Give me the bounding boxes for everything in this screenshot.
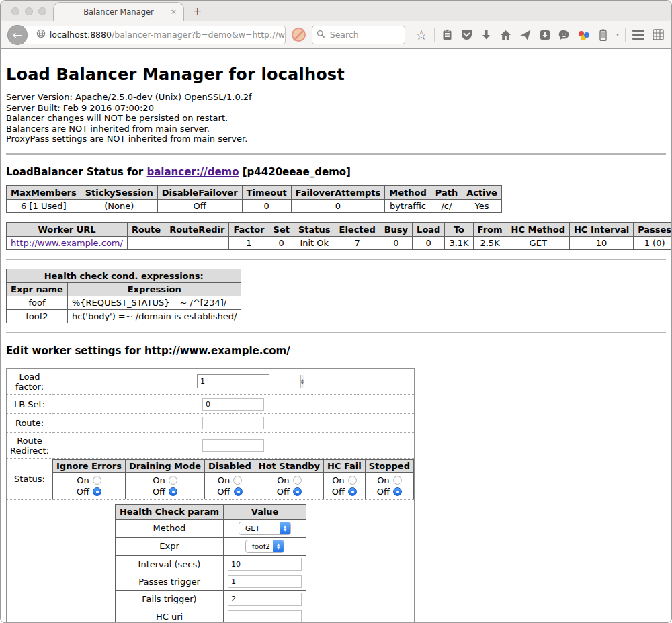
grid-icon[interactable]	[651, 28, 665, 42]
method-select-value: GET	[245, 524, 259, 532]
toolbar-divider	[625, 28, 626, 42]
load-factor-field[interactable]	[198, 375, 300, 388]
cell-load: 0	[413, 236, 445, 249]
interval-input[interactable]	[228, 558, 302, 571]
table-header-row: Ignore Errors Draining Mode Disabled Hot…	[53, 459, 414, 472]
hc-expr-title: Health check cond. expressions:	[7, 269, 241, 282]
passes-label: Passes trigger	[115, 573, 223, 590]
cell-route	[127, 236, 165, 249]
disabled-off-radio[interactable]	[234, 487, 243, 496]
route-input[interactable]	[202, 417, 264, 429]
battery-icon[interactable]	[597, 28, 610, 42]
cell-from: 2.5K	[473, 236, 507, 249]
route-redirect-label: Route Redirect:	[7, 432, 52, 458]
fails-input[interactable]	[228, 593, 302, 606]
tab-balancer-manager[interactable]: Balancer Manager ×	[53, 2, 184, 21]
hc-uri-input[interactable]	[228, 610, 302, 623]
col-stickysession: StickySession	[81, 185, 157, 199]
col-passes: Passes	[634, 222, 672, 236]
disabled-on-radio[interactable]	[233, 476, 242, 485]
route-label: Route:	[7, 413, 52, 432]
cell-elected: 7	[335, 236, 380, 249]
route-redirect-input[interactable]	[202, 439, 264, 452]
col-load: Load	[413, 222, 445, 236]
col-draining-mode: Draining Mode	[125, 459, 204, 472]
window-controls[interactable]	[11, 7, 46, 15]
balancer-status-table: MaxMembers StickySession DisableFailover…	[6, 185, 502, 213]
cell-active: Yes	[462, 199, 502, 212]
table-row: Interval (secs)	[115, 555, 306, 573]
chat-smiley-icon[interactable]	[558, 28, 571, 42]
search-input[interactable]	[329, 29, 389, 40]
tab-strip: Balancer Manager × +	[1, 1, 671, 21]
stopped-on-radio[interactable]	[393, 476, 402, 485]
method-select[interactable]: GET ▲▼	[239, 522, 291, 535]
cell-method: bytraffic	[385, 199, 431, 212]
expr-select-value: foof2	[252, 542, 270, 550]
url-bar[interactable]: localhost:8880/balancer-manager?b=demo&w…	[22, 26, 286, 44]
worker-url-link[interactable]: http://www.example.com/	[11, 238, 123, 248]
col-elected: Elected	[335, 222, 380, 236]
draining-mode-off-radio[interactable]	[169, 487, 177, 496]
table-row: Expr foof2 ▲▼	[115, 537, 306, 555]
pocket-icon[interactable]	[460, 28, 474, 42]
download-arrow-icon[interactable]	[480, 28, 493, 42]
content-blocker-icon[interactable]	[292, 28, 306, 42]
persist-notice-line: Balancer changes will NOT be persisted o…	[6, 113, 666, 124]
clipboard-icon[interactable]	[441, 28, 454, 42]
hc-fail-off-radio[interactable]	[348, 487, 357, 496]
server-built-line: Server Built: Feb 9 2016 07:00:20	[6, 103, 666, 114]
cell-disablefailover: Off	[157, 199, 242, 212]
close-window-icon[interactable]	[11, 7, 19, 15]
loadbalancer-status-heading: LoadBalancer Status for balancer://demo …	[6, 166, 666, 178]
back-button[interactable]: ←	[7, 25, 28, 45]
cell-passes: 1 (0)	[634, 236, 672, 249]
number-stepper-icon[interactable]: ▲▼	[300, 375, 304, 388]
lb-set-input[interactable]	[202, 398, 264, 411]
select-stepper-icon: ▲▼	[273, 540, 284, 553]
search-bar[interactable]	[312, 26, 405, 44]
draining-mode-on-radio[interactable]	[169, 476, 177, 485]
cell-expr-name: foof2	[7, 309, 68, 323]
toolbar-icons: ☆	[415, 28, 665, 42]
table-header-row: Expr name Expression	[7, 282, 241, 296]
load-factor-label: Load factor:	[7, 368, 52, 395]
browser-window: Balancer Manager × + ← localhost:8880/ba…	[0, 0, 672, 623]
new-tab-button[interactable]: +	[193, 5, 202, 17]
off-label: Off	[77, 486, 89, 497]
table-row: Method GET ▲▼	[115, 519, 306, 537]
tab-close-icon[interactable]: ×	[171, 7, 177, 16]
col-stopped: Stopped	[365, 459, 413, 472]
col-factor: Factor	[229, 222, 269, 236]
server-version-line: Server Version: Apache/2.5.0-dev (Unix) …	[6, 92, 666, 103]
passes-input[interactable]	[228, 575, 302, 588]
home-icon[interactable]	[499, 28, 513, 42]
hot-standby-on-radio[interactable]	[293, 476, 302, 485]
chevron-down-icon[interactable]: ▾	[616, 32, 619, 38]
ignore-errors-off-radio[interactable]	[93, 487, 101, 496]
hot-standby-off-radio[interactable]	[293, 487, 302, 496]
on-label: On	[332, 474, 344, 486]
table-row: Fails trigger)	[115, 590, 306, 608]
cell-stickysession: (None)	[81, 199, 157, 212]
minimize-window-icon[interactable]	[25, 7, 33, 15]
ignore-errors-on-radio[interactable]	[93, 476, 101, 485]
stopped-off-radio[interactable]	[393, 487, 402, 496]
hc-fail-on-radio[interactable]	[348, 476, 357, 485]
send-plane-icon[interactable]	[519, 28, 532, 42]
cell-factor: 1	[229, 236, 269, 249]
expr-select[interactable]: foof2 ▲▼	[245, 540, 284, 553]
on-label: On	[153, 474, 165, 486]
save-square-icon[interactable]	[538, 28, 552, 42]
cell-status: Init Ok	[294, 236, 335, 249]
balancer-demo-link[interactable]: balancer://demo	[146, 166, 239, 178]
zoom-window-icon[interactable]	[38, 7, 46, 15]
colored-dots-icon[interactable]	[577, 28, 591, 42]
page-content: Load Balancer Manager for localhost Serv…	[1, 49, 671, 623]
bookmark-star-icon[interactable]: ☆	[415, 28, 428, 42]
toolbar-divider	[434, 28, 435, 42]
divider	[6, 332, 666, 333]
menu-icon[interactable]	[632, 28, 645, 42]
load-factor-input[interactable]: ▲▼	[197, 374, 269, 388]
globe-icon	[36, 29, 46, 40]
